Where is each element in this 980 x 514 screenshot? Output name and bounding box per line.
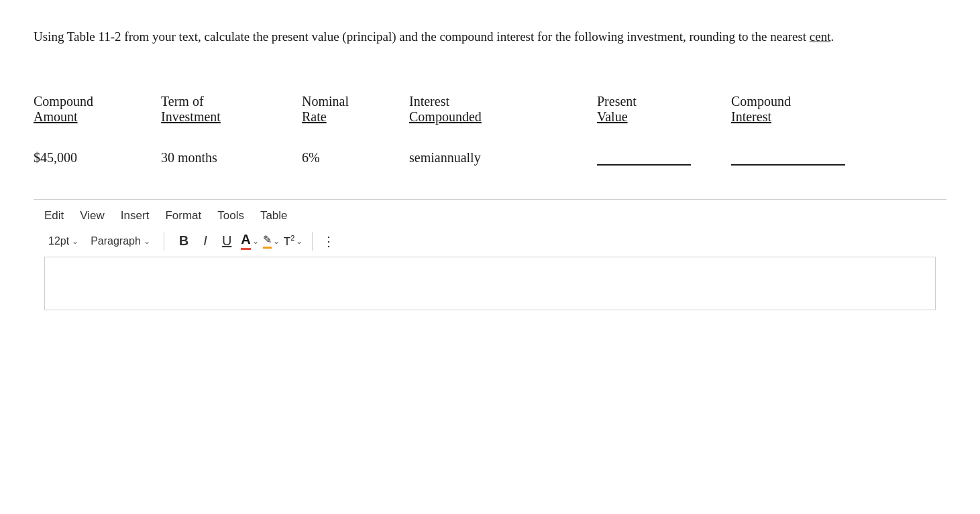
editing-area[interactable]	[44, 257, 936, 310]
col2-header-bottom: Investment	[161, 109, 302, 125]
col3-header-top: Nominal	[302, 94, 409, 109]
table-section: Compound Term of Nominal Interest Presen…	[34, 74, 946, 172]
col4-header-top: Interest	[409, 94, 597, 109]
nominal-rate: 6%	[302, 150, 409, 166]
paragraph-chevron: ⌄	[144, 237, 150, 246]
more-options-button[interactable]: ⋮	[322, 233, 337, 249]
col5-header-top: Present	[597, 94, 731, 109]
bold-button[interactable]: B	[174, 231, 194, 251]
present-value-line	[597, 164, 691, 166]
format-bar: 12pt ⌄ Paragraph ⌄ B I U A ⌄ ✎ ⌄ T2 ⌄	[44, 231, 936, 251]
col1-header-top: Compound	[34, 94, 161, 109]
col1-header-bottom: Amount	[34, 109, 161, 125]
menu-bar: Edit View Insert Format Tools Table	[44, 208, 936, 224]
font-size-select[interactable]: 12pt ⌄	[44, 234, 83, 249]
present-value-blank	[597, 150, 731, 166]
col3-header-bottom: Rate	[302, 109, 409, 125]
menu-view[interactable]: View	[80, 208, 105, 224]
text-color-label: A	[241, 232, 250, 250]
toolbar-area: Edit View Insert Format Tools Table 12pt…	[34, 199, 946, 257]
compound-amount: $45,000	[34, 150, 161, 166]
col4-header-bottom: Compounded	[409, 109, 597, 125]
table-header-bottom: Amount Investment Rate Compounded Value …	[34, 109, 946, 130]
font-size-value: 12pt	[48, 235, 69, 247]
col6-header-top: Compound	[731, 94, 865, 109]
compound-interest-line	[731, 164, 845, 166]
italic-button[interactable]: I	[198, 231, 213, 251]
col5-header-bottom: Value	[597, 109, 731, 125]
font-size-chevron: ⌄	[72, 237, 78, 246]
menu-insert[interactable]: Insert	[121, 208, 150, 224]
divider-1	[164, 232, 164, 251]
superscript-label: T2	[284, 234, 295, 249]
table-header-top: Compound Term of Nominal Interest Presen…	[34, 74, 946, 109]
text-color-group[interactable]: A ⌄	[241, 232, 258, 250]
highlight-icon: ✎	[263, 233, 272, 249]
col2-header-top: Term of	[161, 94, 302, 109]
paragraph-select[interactable]: Paragraph ⌄	[87, 234, 154, 249]
intro-text: Using Table 11-2 from your text, calcula…	[34, 27, 946, 47]
underline-button[interactable]: U	[217, 231, 237, 251]
menu-format[interactable]: Format	[165, 208, 201, 224]
highlight-chevron: ⌄	[273, 237, 280, 246]
col6-header-bottom: Interest	[731, 109, 865, 125]
superscript-group[interactable]: T2 ⌄	[284, 234, 303, 249]
divider-2	[312, 232, 313, 251]
menu-edit[interactable]: Edit	[44, 208, 64, 224]
highlight-group[interactable]: ✎ ⌄	[263, 233, 280, 249]
compound-interest-blank	[731, 150, 865, 166]
text-color-chevron: ⌄	[252, 237, 259, 246]
paragraph-value: Paragraph	[91, 235, 141, 247]
superscript-chevron: ⌄	[296, 237, 303, 246]
term-investment: 30 months	[161, 150, 302, 166]
table-data-row: $45,000 30 months 6% semiannually	[34, 143, 946, 172]
menu-table[interactable]: Table	[260, 208, 288, 224]
interest-compounded: semiannually	[409, 150, 597, 166]
menu-tools[interactable]: Tools	[217, 208, 244, 224]
